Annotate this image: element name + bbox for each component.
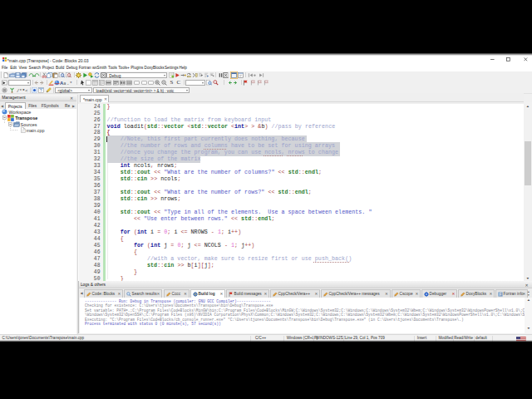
svg-text:F: F <box>499 293 501 297</box>
svg-text:S: S <box>170 79 174 86</box>
svg-text:?: ? <box>40 89 42 93</box>
svg-text:C: C <box>177 79 181 86</box>
svg-text:.*: .* <box>66 80 72 86</box>
svg-text:a: a <box>64 80 66 85</box>
svg-text:*<: *< <box>22 88 27 92</box>
